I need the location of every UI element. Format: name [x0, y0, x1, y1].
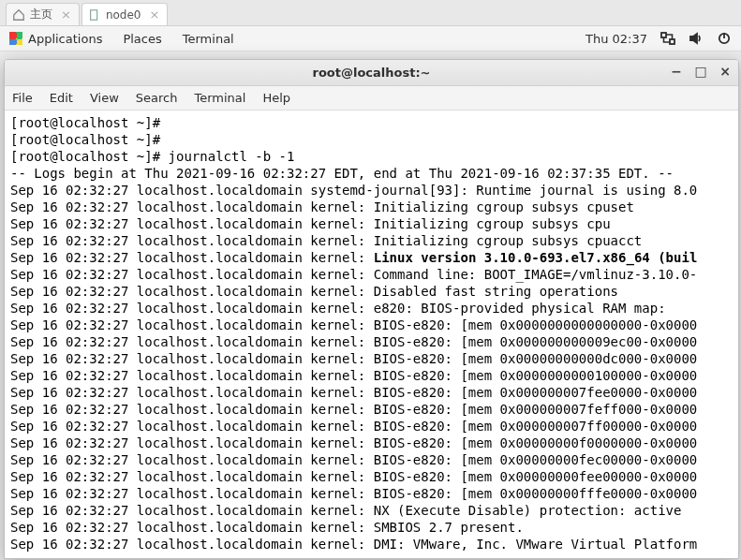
terminal-line: Sep 16 02:32:27 localhost.localdomain ke…	[10, 266, 733, 283]
minimize-button[interactable]: −	[669, 64, 684, 79]
terminal-output[interactable]: [root@localhost ~]# [root@localhost ~]# …	[5, 111, 738, 558]
tab-label: node0	[106, 8, 141, 22]
svg-rect-0	[91, 9, 97, 20]
terminal-line: Sep 16 02:32:27 localhost.localdomain ke…	[10, 317, 733, 333]
menu-help[interactable]: Help	[262, 91, 290, 105]
menu-file[interactable]: File	[12, 91, 33, 105]
svg-rect-1	[661, 33, 666, 37]
terminal-line: Sep 16 02:32:27 localhost.localdomain ke…	[10, 451, 733, 468]
terminal-line: Sep 16 02:32:27 localhost.localdomain ke…	[10, 300, 733, 317]
tab-node0[interactable]: node0 ×	[82, 3, 169, 25]
window-title: root@localhost:~	[312, 66, 430, 80]
terminal-line: Sep 16 02:32:27 localhost.localdomain ke…	[10, 418, 733, 435]
applications-icon	[9, 32, 22, 45]
terminal-line: Sep 16 02:32:27 localhost.localdomain ke…	[10, 519, 733, 536]
tab-label: 主页	[30, 7, 52, 22]
file-icon	[88, 8, 101, 22]
clock[interactable]: Thu 02:37	[585, 32, 647, 46]
terminal-line: Sep 16 02:32:27 localhost.localdomain ke…	[10, 232, 733, 249]
terminal-menubar: File Edit View Search Terminal Help	[5, 86, 738, 111]
close-button[interactable]: ×	[718, 64, 733, 79]
terminal-line: Sep 16 02:32:27 localhost.localdomain ke…	[10, 435, 733, 451]
tab-close-icon[interactable]: ×	[150, 7, 160, 22]
applications-menu[interactable]: Applications	[9, 32, 102, 46]
terminal-line: [root@localhost ~]# journalctl -b -1	[10, 148, 733, 165]
terminal-line: Sep 16 02:32:27 localhost.localdomain ke…	[10, 199, 733, 215]
terminal-line: Sep 16 02:32:27 localhost.localdomain ke…	[10, 249, 733, 266]
terminal-line: Sep 16 02:32:27 localhost.localdomain ke…	[10, 384, 733, 401]
terminal-menu[interactable]: Terminal	[183, 32, 234, 46]
terminal-line: Sep 16 02:32:27 localhost.localdomain ke…	[10, 485, 733, 502]
terminal-line: Sep 16 02:32:27 localhost.localdomain ke…	[10, 333, 733, 350]
menu-view[interactable]: View	[90, 91, 119, 105]
terminal-line: Sep 16 02:32:27 localhost.localdomain ke…	[10, 215, 733, 232]
tab-close-icon[interactable]: ×	[61, 7, 71, 22]
maximize-button[interactable]: □	[693, 64, 708, 79]
terminal-line: Sep 16 02:32:27 localhost.localdomain ke…	[10, 468, 733, 485]
terminal-line: Sep 16 02:32:27 localhost.localdomain sy…	[10, 182, 733, 199]
terminal-line: Sep 16 02:32:27 localhost.localdomain ke…	[10, 283, 733, 300]
network-icon[interactable]	[660, 31, 675, 46]
terminal-line: -- Logs begin at Thu 2021-09-16 02:32:27…	[10, 165, 733, 182]
terminal-line: Sep 16 02:32:27 localhost.localdomain ke…	[10, 401, 733, 418]
power-icon[interactable]	[717, 31, 732, 46]
menu-terminal[interactable]: Terminal	[194, 91, 245, 105]
terminal-line: Sep 16 02:32:27 localhost.localdomain ke…	[10, 536, 733, 553]
desktop-panel: Applications Places Terminal Thu 02:37	[0, 26, 741, 52]
terminal-line: Sep 16 02:32:27 localhost.localdomain ke…	[10, 502, 733, 519]
volume-icon[interactable]	[689, 31, 704, 46]
terminal-line: Sep 16 02:32:27 localhost.localdomain ke…	[10, 350, 733, 367]
menu-edit[interactable]: Edit	[50, 91, 73, 105]
tab-home[interactable]: 主页 ×	[6, 3, 80, 25]
terminal-line: Sep 16 02:32:27 localhost.localdomain ke…	[10, 367, 733, 384]
svg-rect-2	[670, 39, 674, 44]
vm-tabstrip: 主页 × node0 ×	[0, 0, 741, 26]
places-menu[interactable]: Places	[123, 32, 161, 46]
menu-search[interactable]: Search	[136, 91, 178, 105]
window-titlebar[interactable]: root@localhost:~ − □ ×	[5, 60, 738, 86]
terminal-line: [root@localhost ~]#	[10, 114, 733, 131]
terminal-window: root@localhost:~ − □ × File Edit View Se…	[4, 59, 739, 559]
terminal-line: [root@localhost ~]#	[10, 131, 733, 148]
home-icon	[12, 8, 25, 22]
